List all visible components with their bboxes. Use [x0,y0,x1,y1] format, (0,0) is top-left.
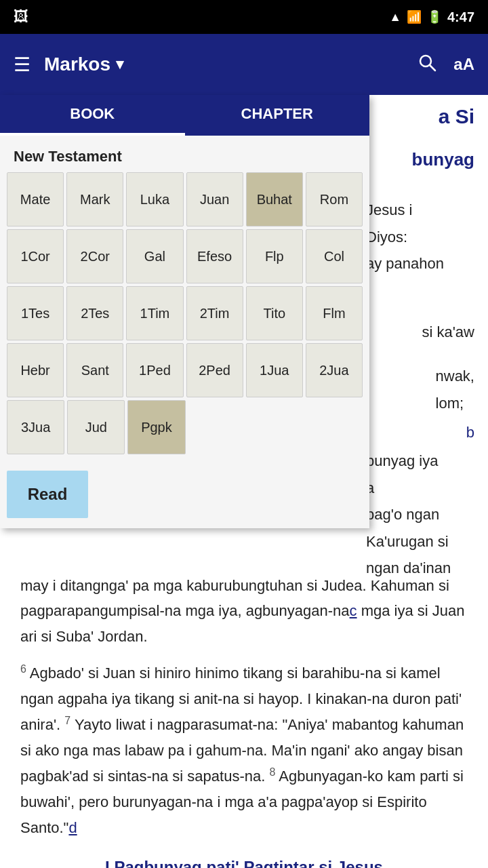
book-3jua[interactable]: 3Jua [7,400,64,454]
empty-3 [306,400,363,454]
footnote-c[interactable]: c [350,602,357,619]
verse-6: 6 Agbado' si Juan si hiniro hinimo tikan… [20,660,468,840]
grid-row-3: 1Tes 2Tes 1Tim 2Tim Tito Flm [7,286,363,340]
status-time: 4:47 [447,9,474,25]
grid-row-5: 3Jua Jud Pgpk [7,400,363,454]
toolbar-title: Markos ▾ [44,54,403,75]
footnote-d[interactable]: d [68,819,77,836]
book-grid: Mate Mark Luka Juan Buhat Rom 1Cor 2Cor … [0,172,369,464]
verse-7-num: 7 [64,715,70,726]
book-jud[interactable]: Jud [67,400,125,454]
empty-1 [188,400,245,454]
main-body-text: may i ditangnga' pa mga kaburubungtuhan … [0,573,488,868]
right-column-text: Jesus i Diyos: ay panahon : [366,197,474,304]
book-mark[interactable]: Mark [66,172,123,226]
book-2tim[interactable]: 2Tim [186,286,243,340]
menu-icon[interactable]: ☰ [14,54,30,76]
wifi-icon: 📶 [407,9,422,24]
right-col-3: nwak, lom; [436,363,474,416]
book-2ped[interactable]: 2Ped [186,343,243,397]
book-flp[interactable]: Flp [246,229,303,283]
status-bar: 🖼 ▲ 📶 🔋 4:47 [0,0,488,34]
status-bar-right: ▲ 📶 🔋 4:47 [389,9,474,25]
book-gal[interactable]: Gal [126,229,183,283]
book-2jua[interactable]: 2Jua [306,343,363,397]
right-col-2: si ka'aw [422,319,474,346]
tab-chapter[interactable]: CHAPTER [185,95,370,136]
book-luka[interactable]: Luka [126,172,183,226]
overlay-panel: BOOK CHAPTER New Testament Mate Mark Luk… [0,95,369,528]
book-col[interactable]: Col [306,229,363,283]
book-2cor[interactable]: 2Cor [66,229,123,283]
book-1tes[interactable]: 1Tes [7,286,64,340]
book-sant[interactable]: Sant [66,343,123,397]
book-pgpk[interactable]: Pgpk [127,400,185,454]
empty-2 [247,400,304,454]
book-flm[interactable]: Flm [306,286,363,340]
tab-bar: BOOK CHAPTER [0,95,369,136]
status-bar-left: 🖼 [14,8,28,26]
grid-row-2: 1Cor 2Cor Gal Efeso Flp Col [7,229,363,283]
right-col-4: bunyag iya a bag'o ngan Ka'urugan si nga… [366,448,474,582]
grid-row-1: Mate Mark Luka Juan Buhat Rom [7,172,363,226]
grid-row-4: Hebr Sant 1Ped 2Ped 1Jua 2Jua [7,343,363,397]
heading-right: a Si [439,105,474,128]
tab-book[interactable]: BOOK [0,95,185,136]
book-1tim[interactable]: 1Tim [126,286,183,340]
dropdown-icon[interactable]: ▾ [116,56,123,73]
book-hebr[interactable]: Hebr [7,343,64,397]
verse-6-num: 6 [20,663,26,675]
book-buhat[interactable]: Buhat [246,172,303,226]
toolbar-icons: aA [417,52,474,77]
app-title: Markos [44,54,110,75]
book-2tes[interactable]: 2Tes [66,286,123,340]
book-tito[interactable]: Tito [246,286,303,340]
book-1jua[interactable]: 1Jua [246,343,303,397]
read-btn-row: Read [0,464,369,528]
book-1ped[interactable]: 1Ped [126,343,183,397]
book-1cor[interactable]: 1Cor [7,229,64,283]
toolbar: ☰ Markos ▾ aA [0,34,488,95]
search-icon[interactable] [417,52,437,77]
book-mate[interactable]: Mate [7,172,64,226]
battery-icon: 🔋 [427,9,442,24]
book-efeso[interactable]: Efeso [186,229,243,283]
heading-bunyag: bunyag [412,149,474,170]
font-size-icon[interactable]: aA [453,55,474,74]
book-rom[interactable]: Rom [306,172,363,226]
book-juan[interactable]: Juan [186,172,243,226]
verse-8-num: 8 [269,766,275,778]
link-b[interactable]: b [466,424,474,441]
signal-icon: ▲ [389,10,401,24]
photo-icon: 🖼 [14,8,28,26]
section-heading: I Pagbunyag pati' Pagtintar si Jesus [20,854,468,868]
section-title: New Testament [0,136,369,172]
svg-line-1 [430,65,435,71]
read-button[interactable]: Read [7,471,88,518]
